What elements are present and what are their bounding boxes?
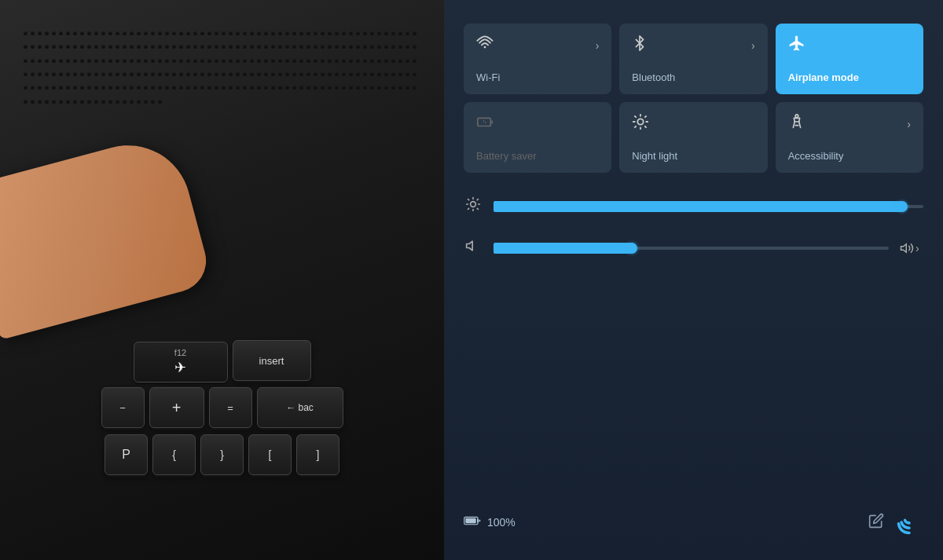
bracket-close-label: ]	[317, 448, 320, 461]
key-plus[interactable]: +	[149, 387, 204, 428]
svg-point-2	[638, 119, 644, 124]
bottom-bar: 100%	[464, 500, 923, 536]
svg-point-11	[795, 115, 798, 118]
airplane-mode-tile[interactable]: Airplane mode	[776, 24, 923, 94]
insert-label: insert	[259, 355, 284, 367]
quick-settings-panel: › Wi-Fi › Bluetooth	[444, 0, 943, 560]
wifi-tile-top: ›	[476, 35, 599, 56]
key-row-bottom: P { } [ ]	[16, 434, 428, 475]
svg-rect-24	[465, 518, 475, 522]
keyboard-keys-area: f12 ✈ insert − + = ← bac	[0, 324, 444, 497]
airplane-tile-top	[788, 35, 911, 56]
svg-line-16	[477, 208, 478, 209]
battery-icon	[464, 514, 481, 532]
svg-line-15	[468, 199, 469, 200]
battery-saver-label: Battery saver	[476, 150, 599, 162]
airplane-icon	[788, 35, 805, 56]
sliders-section: ›	[464, 188, 923, 265]
brightness-slider-row	[464, 196, 923, 216]
key-insert[interactable]: insert	[233, 340, 311, 381]
key-backspace[interactable]: ← bac	[257, 387, 343, 428]
svg-line-19	[468, 208, 469, 209]
accessibility-tile-top: ›	[788, 113, 911, 134]
key-bracket-close[interactable]: ]	[296, 434, 339, 475]
keyboard-panel: // Will render dots via JS below f12 ✈ i…	[0, 0, 444, 560]
accessibility-label: Accessibility	[788, 150, 911, 162]
svg-point-0	[484, 46, 486, 49]
key-minus[interactable]: −	[101, 387, 145, 428]
svg-marker-21	[467, 241, 473, 251]
volume-fill	[494, 243, 632, 254]
key-row-top: f12 ✈ insert	[16, 340, 428, 381]
svg-point-12	[471, 202, 476, 207]
airplane-label: Airplane mode	[788, 71, 911, 83]
brightness-thumb[interactable]	[897, 201, 908, 212]
bluetooth-icon	[632, 35, 648, 56]
bottom-right-icons	[868, 508, 923, 536]
svg-line-20	[477, 199, 478, 200]
svg-line-9	[635, 126, 636, 127]
key-bracket-open[interactable]: [	[248, 434, 292, 475]
brace-open-label: {	[172, 448, 176, 461]
bluetooth-chevron-icon: ›	[751, 39, 755, 52]
key-equals[interactable]: =	[209, 387, 252, 428]
volume-slider[interactable]	[494, 243, 889, 254]
quick-settings-tiles: › Wi-Fi › Bluetooth	[464, 24, 923, 173]
brace-close-label: }	[220, 448, 224, 461]
night-light-icon	[632, 113, 649, 134]
f12-label: f12	[174, 348, 186, 357]
edit-icon[interactable]	[868, 513, 884, 533]
volume-thumb[interactable]	[626, 243, 637, 254]
battery-percent: 100%	[487, 516, 516, 529]
accessibility-icon	[788, 113, 805, 134]
bluetooth-tile[interactable]: › Bluetooth	[619, 24, 767, 94]
volume-slider-row: ›	[464, 238, 923, 258]
p-label: P	[122, 448, 130, 462]
brand-logo	[895, 508, 923, 536]
wifi-label: Wi-Fi	[476, 71, 599, 83]
wifi-icon	[476, 35, 494, 56]
svg-line-10	[645, 116, 646, 117]
volume-end-icon: ›	[900, 241, 923, 255]
key-row-mid: − + = ← bac	[16, 387, 428, 428]
wifi-chevron-icon: ›	[596, 39, 600, 52]
plus-label: +	[172, 399, 182, 417]
volume-icon	[464, 238, 483, 258]
key-brace-open[interactable]: {	[152, 434, 196, 475]
accessibility-tile[interactable]: › Accessibility	[776, 102, 923, 173]
svg-line-6	[645, 126, 646, 127]
svg-rect-1	[478, 118, 491, 126]
bracket-open-label: [	[269, 448, 272, 461]
bluetooth-label: Bluetooth	[632, 71, 754, 83]
svg-line-5	[635, 116, 636, 117]
brightness-slider[interactable]	[494, 201, 923, 212]
speaker-grille: // Will render dots via JS below	[16, 24, 428, 118]
svg-marker-22	[901, 243, 907, 252]
night-light-tile[interactable]: Night light	[619, 102, 767, 173]
battery-saver-icon	[476, 113, 494, 134]
minus-label: −	[119, 402, 126, 414]
battery-saver-tile-top	[476, 113, 599, 134]
wifi-tile[interactable]: › Wi-Fi	[464, 24, 611, 94]
backspace-label: ← bac	[286, 402, 314, 413]
night-light-tile-top	[632, 113, 754, 134]
key-brace-close[interactable]: }	[200, 434, 244, 475]
key-p[interactable]: P	[105, 434, 148, 475]
accessibility-chevron-icon: ›	[907, 118, 911, 130]
f12-airplane-icon: ✈	[174, 359, 186, 376]
battery-info: 100%	[464, 514, 516, 532]
night-light-label: Night light	[632, 150, 754, 162]
key-f12[interactable]: f12 ✈	[134, 342, 228, 382]
brightness-icon	[464, 196, 483, 216]
battery-saver-tile[interactable]: Battery saver	[464, 102, 611, 173]
equals-label: =	[227, 402, 233, 414]
keyboard-background: // Will render dots via JS below f12 ✈ i…	[0, 0, 444, 560]
hand-pressing-key	[0, 131, 213, 340]
bluetooth-tile-top: ›	[632, 35, 754, 56]
brightness-fill	[494, 201, 902, 212]
